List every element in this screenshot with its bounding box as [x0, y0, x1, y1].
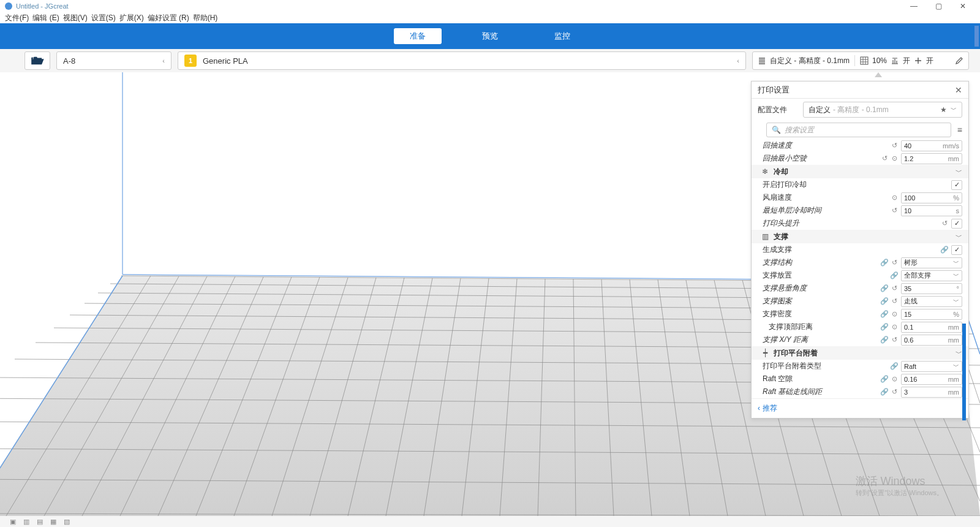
- close-window-button[interactable]: ✕: [951, 1, 975, 12]
- link-icon[interactable]: 🔗: [880, 297, 889, 305]
- settings-list[interactable]: 回抽速度 ↺ 40mm/s 回抽最小空驶 ↺⊙ 1.2mm ❄ 冷却 ﹀ 开启打…: [752, 139, 968, 398]
- infill-icon: [860, 56, 869, 65]
- section-support[interactable]: ▥ 支撑 ﹀: [752, 230, 968, 243]
- chevron-down-icon: ﹀: [956, 232, 962, 241]
- link-icon[interactable]: 🔗: [880, 284, 889, 292]
- info-icon[interactable]: ⊙: [890, 154, 899, 162]
- link-icon[interactable]: 🔗: [940, 246, 949, 254]
- stage-preview[interactable]: 预览: [466, 28, 514, 44]
- menu-file[interactable]: 文件(F): [4, 13, 30, 23]
- folder-open-icon: [31, 56, 44, 66]
- edit-icon[interactable]: [955, 56, 963, 65]
- gen-support-checkbox[interactable]: ✓: [951, 245, 962, 255]
- link-icon[interactable]: 🔗: [890, 271, 899, 279]
- info-icon[interactable]: ⊙: [890, 310, 899, 318]
- search-placeholder: 搜索设置: [785, 125, 814, 135]
- retract-speed-input[interactable]: 40mm/s: [901, 140, 962, 151]
- section-adhesion[interactable]: ┿ 打印平台附着 ﹀: [752, 346, 968, 360]
- view-left-icon[interactable]: ▦: [50, 518, 58, 525]
- stage-prepare[interactable]: 准备: [394, 28, 442, 44]
- support-top-dist-input[interactable]: 0.1mm: [901, 322, 962, 333]
- enable-cooling-checkbox[interactable]: ✓: [951, 180, 962, 190]
- panel-header: 打印设置 ✕: [752, 82, 968, 99]
- menu-extensions[interactable]: 扩展(X): [118, 13, 145, 23]
- reset-icon[interactable]: ↺: [890, 388, 899, 396]
- print-settings-summary[interactable]: 自定义 - 高精度 - 0.1mm 10% 开 开: [752, 51, 969, 70]
- support-angle-input[interactable]: 35°: [901, 283, 962, 294]
- setting-raft-gap: Raft 空隙 🔗⊙ 0.16mm: [752, 373, 968, 385]
- printer-selector[interactable]: A-8 ‹: [56, 51, 172, 70]
- settings-scrollbar[interactable]: [962, 324, 966, 420]
- support-xy-dist-input[interactable]: 0.6mm: [901, 335, 962, 346]
- support-placement-select[interactable]: 全部支撑﹀: [901, 270, 962, 281]
- view-top-icon[interactable]: ▤: [37, 518, 44, 525]
- stage-monitor[interactable]: 监控: [538, 28, 586, 44]
- search-icon: 🔍: [772, 126, 781, 134]
- material-name: Generic PLA: [203, 56, 248, 66]
- status-bar: ▣ ▥ ▤ ▦ ▧: [0, 516, 980, 527]
- stage-bar: 准备 预览 监控: [0, 23, 980, 49]
- material-selector[interactable]: 1 Generic PLA ‹: [178, 51, 746, 70]
- reset-icon[interactable]: ↺: [890, 284, 899, 292]
- menu-help[interactable]: 帮助(H): [192, 13, 219, 23]
- link-icon[interactable]: 🔗: [890, 362, 899, 370]
- setting-retract-speed: 回抽速度 ↺ 40mm/s: [752, 139, 968, 152]
- support-density-input[interactable]: 15%: [901, 309, 962, 320]
- reset-icon[interactable]: ↺: [940, 219, 949, 227]
- menu-bar: 文件(F) 编辑 (E) 视图(V) 设置(S) 扩展(X) 偏好设置 (R) …: [0, 12, 980, 23]
- head-lift-checkbox[interactable]: ✓: [951, 219, 962, 229]
- search-row: 🔍 搜索设置 ≡: [752, 121, 968, 139]
- raft-base-line-gap-input[interactable]: 3mm: [901, 387, 962, 398]
- link-icon[interactable]: 🔗: [880, 375, 889, 383]
- menu-preferences[interactable]: 偏好设置 (R): [146, 13, 190, 23]
- setting-fan-speed: 风扇速度 ⊙ 100%: [752, 191, 968, 204]
- setting-support-density: 支撑密度 🔗⊙ 15%: [752, 308, 968, 320]
- menu-edit[interactable]: 编辑 (E): [31, 13, 60, 23]
- reset-icon[interactable]: ↺: [890, 142, 899, 150]
- support-pattern-select[interactable]: 走线﹀: [901, 296, 962, 307]
- minimize-button[interactable]: —: [902, 1, 926, 12]
- adhesion-icon: [914, 56, 922, 65]
- link-icon[interactable]: 🔗: [880, 259, 889, 267]
- fan-speed-input[interactable]: 100%: [901, 192, 962, 203]
- recommended-button[interactable]: ‹推荐: [758, 403, 777, 414]
- link-icon[interactable]: 🔗: [880, 388, 889, 396]
- extruder-badge: 1: [184, 55, 197, 67]
- search-input[interactable]: 🔍 搜索设置: [766, 123, 951, 137]
- menu-view[interactable]: 视图(V): [62, 13, 89, 23]
- link-icon[interactable]: 🔗: [880, 323, 889, 331]
- retract-min-travel-input[interactable]: 1.2mm: [901, 153, 962, 164]
- close-panel-button[interactable]: ✕: [955, 85, 962, 95]
- info-icon[interactable]: ⊙: [890, 323, 899, 331]
- raft-gap-input[interactable]: 0.16mm: [901, 374, 962, 385]
- print-settings-panel: 打印设置 ✕ 配置文件 自定义 - 高精度 - 0.1mm ★ ﹀ 🔍 搜索设置…: [751, 81, 969, 419]
- section-cooling[interactable]: ❄ 冷却 ﹀: [752, 165, 968, 178]
- link-icon[interactable]: 🔗: [880, 310, 889, 318]
- maximize-button[interactable]: ▢: [926, 1, 951, 12]
- support-structure-select[interactable]: 树形﹀: [901, 257, 962, 268]
- view-right-icon[interactable]: ▧: [64, 518, 71, 525]
- settings-menu-icon[interactable]: ≡: [957, 125, 962, 135]
- reset-icon[interactable]: ↺: [890, 336, 899, 344]
- marketplace-handle[interactable]: [974, 26, 979, 47]
- reset-icon[interactable]: ↺: [890, 297, 899, 305]
- chevron-down-icon: ﹀: [951, 105, 957, 114]
- view-3d-icon[interactable]: ▣: [10, 518, 17, 525]
- profile-combo[interactable]: 自定义 - 高精度 - 0.1mm ★ ﹀: [803, 102, 962, 118]
- reset-icon[interactable]: ↺: [890, 207, 899, 214]
- min-layer-time-input[interactable]: 10s: [901, 205, 962, 216]
- panel-footer: ‹推荐: [752, 398, 968, 418]
- adhesion-type-select[interactable]: Raft﹀: [901, 361, 962, 372]
- menu-settings[interactable]: 设置(S): [90, 13, 117, 23]
- link-icon[interactable]: 🔗: [880, 336, 889, 344]
- info-icon[interactable]: ⊙: [890, 194, 899, 202]
- open-file-button[interactable]: [24, 51, 50, 70]
- reset-icon[interactable]: ↺: [880, 154, 889, 162]
- profile-sub: - 高精度 - 0.1mm: [833, 105, 889, 115]
- info-icon[interactable]: ⊙: [890, 375, 899, 383]
- reset-icon[interactable]: ↺: [890, 259, 899, 267]
- setting-retract-min-travel: 回抽最小空驶 ↺⊙ 1.2mm: [752, 152, 968, 165]
- setting-min-layer-time: 最短单层冷却时间 ↺ 10s: [752, 204, 968, 217]
- view-front-icon[interactable]: ▥: [23, 518, 31, 525]
- setting-support-angle: 支撑悬垂角度 🔗↺ 35°: [752, 282, 968, 295]
